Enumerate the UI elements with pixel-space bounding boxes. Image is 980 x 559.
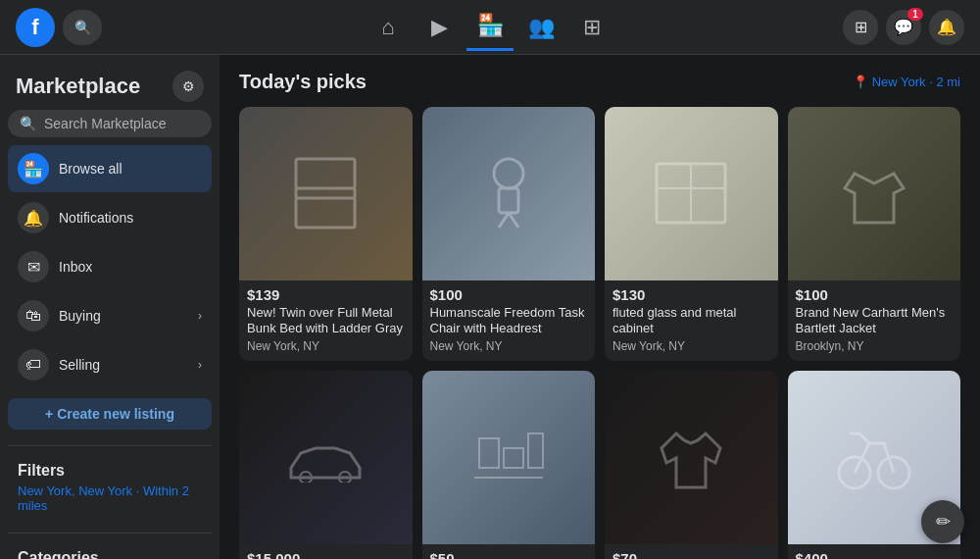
product-info-leather-jacket: $70 Men's Sherpa Faux Leather Jacket New…	[605, 544, 778, 559]
filters-section: Filters New York, New York · Within 2 mi…	[8, 454, 212, 525]
product-price-carhartt-jacket: $100	[796, 286, 954, 303]
nav-friends-btn[interactable]: 👥	[517, 4, 564, 51]
facebook-logo[interactable]: f	[16, 8, 55, 47]
buying-icon: 🛍	[18, 300, 49, 331]
product-price-bunk-bed: $139	[247, 286, 405, 303]
products-grid: $139 New! Twin over Full Metal Bunk Bed …	[239, 107, 960, 559]
product-name-office-chair: Humanscale Freedom Task Chair with Headr…	[430, 305, 588, 338]
sidebar-search-box[interactable]: 🔍	[8, 110, 212, 137]
nav-right: ⊞ 💬 1 🔔	[843, 10, 964, 45]
product-info-office-moving: $50 Office Moving Sale (HUGE DISCOUNTS) …	[422, 544, 596, 559]
product-name-carhartt-jacket: Brand New Carhartt Men's Bartlett Jacket	[796, 305, 954, 338]
product-card-mercedes[interactable]: $15,000 2015 MERCEDES-BENZ CLA-45 AMG 4M…	[239, 371, 413, 559]
sidebar-inbox-label: Inbox	[59, 259, 202, 275]
product-card-cabinet[interactable]: $130 fluted glass and metal cabinet New …	[605, 107, 778, 361]
product-info-office-chair: $100 Humanscale Freedom Task Chair with …	[422, 280, 596, 362]
selling-icon: 🏷	[18, 349, 49, 381]
product-info-electric-bike: $400 ANCHEER 26 inch electric bike! New …	[788, 544, 961, 559]
product-info-bunk-bed: $139 New! Twin over Full Metal Bunk Bed …	[239, 280, 413, 362]
create-listing-button[interactable]: + Create new listing	[8, 398, 212, 430]
nav-notification-btn[interactable]: 🔔	[929, 10, 964, 45]
sidebar-divider-1	[8, 445, 212, 446]
edit-fab-button[interactable]: ✏	[921, 500, 964, 543]
product-image-bunk-bed	[239, 107, 413, 280]
product-image-carhartt-jacket	[788, 107, 961, 280]
edit-icon: ✏	[936, 511, 951, 533]
gear-button[interactable]: ⚙	[172, 71, 204, 102]
messenger-badge: 1	[907, 8, 923, 21]
main-content: Today's picks 📍 New York · 2 mi $139 New…	[220, 55, 980, 559]
home-icon: ⌂	[381, 15, 394, 40]
friends-icon: 👥	[528, 15, 555, 40]
svg-line-19	[859, 433, 869, 443]
product-location-carhartt-jacket: Brooklyn, NY	[796, 339, 954, 353]
product-price-electric-bike: $400	[796, 550, 954, 559]
nav-grid-btn[interactable]: ⊞	[843, 10, 878, 45]
product-location-bunk-bed: New York, NY	[247, 339, 405, 353]
svg-point-4	[494, 159, 523, 188]
sidebar-divider-2	[8, 533, 212, 534]
product-card-carhartt-jacket[interactable]: $100 Brand New Carhartt Men's Bartlett J…	[788, 107, 961, 361]
product-card-bunk-bed[interactable]: $139 New! Twin over Full Metal Bunk Bed …	[239, 107, 413, 361]
sidebar-item-notifications[interactable]: 🔔 Notifications	[8, 194, 212, 241]
selling-chevron-icon: ›	[198, 358, 202, 372]
product-name-bunk-bed: New! Twin over Full Metal Bunk Bed with …	[247, 305, 405, 338]
svg-rect-13	[479, 438, 499, 468]
product-image-office-chair	[422, 107, 596, 280]
nav-home-btn[interactable]: ⌂	[365, 4, 412, 51]
nav-video-btn[interactable]: ▶	[416, 4, 463, 51]
sidebar-item-browse-all[interactable]: 🏪 Browse all	[8, 145, 212, 192]
location-pin-icon: 📍	[853, 75, 868, 89]
sidebar: Marketplace ⚙ 🔍 🏪 Browse all 🔔 Notificat…	[0, 55, 220, 559]
product-price-mercedes: $15,000	[247, 550, 405, 559]
product-card-office-chair[interactable]: $100 Humanscale Freedom Task Chair with …	[422, 107, 596, 361]
svg-rect-5	[499, 188, 518, 213]
product-card-office-moving[interactable]: $50 Office Moving Sale (HUGE DISCOUNTS) …	[422, 371, 596, 559]
inbox-icon: ✉	[18, 251, 49, 282]
grid-icon: ⊞	[855, 18, 867, 36]
product-card-leather-jacket[interactable]: $70 Men's Sherpa Faux Leather Jacket New…	[605, 371, 778, 559]
product-info-mercedes: $15,000 2015 MERCEDES-BENZ CLA-45 AMG 4M…	[239, 544, 413, 559]
sidebar-item-inbox[interactable]: ✉ Inbox	[8, 243, 212, 290]
product-price-office-chair: $100	[430, 286, 588, 303]
browse-all-icon: 🏪	[18, 153, 49, 184]
top-nav: f 🔍 ⌂ ▶ 🏪 👥 ⊞ ⊞ 💬 1 🔔	[0, 0, 980, 55]
svg-line-7	[509, 213, 518, 228]
product-location-cabinet: New York, NY	[612, 339, 770, 353]
filters-title: Filters	[18, 462, 202, 480]
nav-center: ⌂ ▶ 🏪 👥 ⊞	[365, 4, 615, 51]
svg-line-6	[499, 213, 509, 228]
messenger-icon: 💬	[894, 18, 913, 36]
product-image-leather-jacket	[605, 371, 778, 544]
nav-search-box[interactable]: 🔍	[63, 10, 102, 45]
nav-gaming-btn[interactable]: ⊞	[568, 4, 615, 51]
product-price-leather-jacket: $70	[612, 550, 770, 559]
location-tag[interactable]: 📍 New York · 2 mi	[853, 75, 960, 89]
notification-icon: 🔔	[937, 18, 956, 36]
product-name-cabinet: fluted glass and metal cabinet	[612, 305, 770, 338]
sidebar-browse-all-label: Browse all	[59, 161, 202, 177]
search-input[interactable]	[44, 116, 200, 131]
nav-search-icon: 🔍	[74, 20, 91, 35]
nav-left: f 🔍	[16, 8, 102, 47]
sidebar-item-buying[interactable]: 🛍 Buying ›	[8, 292, 212, 339]
sidebar-item-selling[interactable]: 🏷 Selling ›	[8, 341, 212, 388]
sidebar-selling-label: Selling	[59, 357, 188, 373]
notifications-icon: 🔔	[18, 202, 49, 233]
nav-messenger-btn[interactable]: 💬 1	[886, 10, 921, 45]
filters-location[interactable]: New York, New York · Within 2 miles	[18, 483, 202, 513]
store-icon: 🏪	[477, 13, 504, 38]
svg-rect-14	[504, 448, 523, 468]
search-icon: 🔍	[20, 116, 36, 131]
svg-rect-15	[528, 433, 543, 468]
section-title: Today's picks	[239, 71, 367, 93]
sidebar-title-row: Marketplace ⚙	[8, 67, 212, 110]
gaming-icon: ⊞	[583, 15, 601, 40]
sidebar-buying-label: Buying	[59, 308, 188, 324]
nav-marketplace-btn[interactable]: 🏪	[466, 4, 514, 51]
sidebar-notifications-label: Notifications	[59, 210, 202, 226]
product-info-carhartt-jacket: $100 Brand New Carhartt Men's Bartlett J…	[788, 280, 961, 362]
product-price-office-moving: $50	[430, 550, 588, 559]
video-icon: ▶	[431, 15, 448, 40]
product-price-cabinet: $130	[612, 286, 770, 303]
